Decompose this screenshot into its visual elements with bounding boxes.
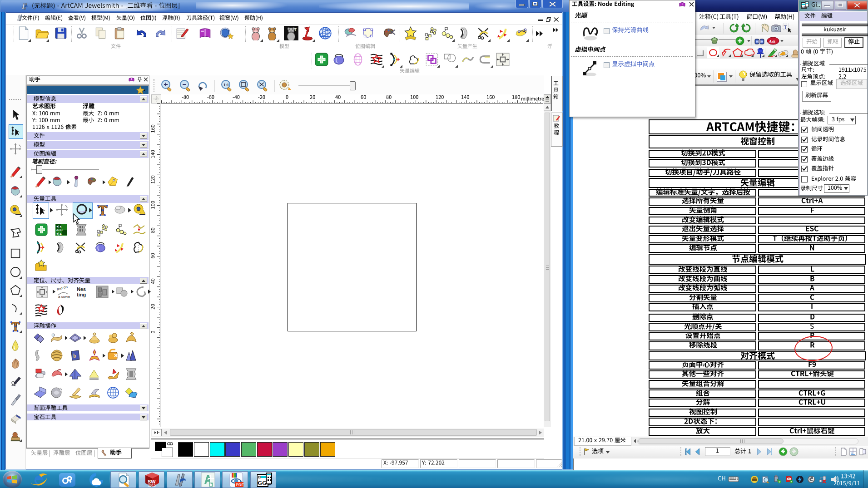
svg-text:●|▲: ●|▲ [56,232,62,236]
svg-text:ting: ting [77,292,86,297]
svg-text:●|▲: ●|▲ [56,225,62,228]
svg-text:text on: text on [56,285,68,291]
svg-text:Nes: Nes [77,286,86,292]
svg-text:1:1: 1:1 [223,83,229,87]
svg-text:b: b [73,353,76,359]
svg-text:a curve: a curve [58,295,70,299]
svg-text:T: T [784,24,788,30]
svg-text:T: T [294,27,297,32]
svg-text:Ask: Ask [769,39,776,44]
svg-text:ABC: ABC [56,228,63,232]
svg-text:PDF: PDF [236,483,243,487]
svg-text:2015: 2015 [148,483,156,488]
